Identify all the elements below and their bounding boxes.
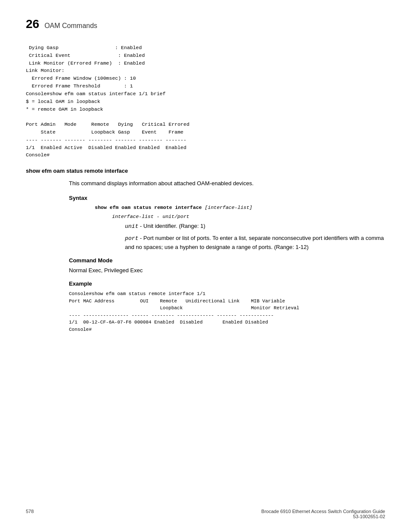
command-mode-label: Command Mode [69, 257, 385, 264]
chapter-title: OAM Commands [44, 22, 97, 30]
page-footer: 578 Brocade 6910 Ethernet Access Switch … [26, 509, 385, 519]
param-interface-list: interface-list - unit/port [112, 214, 385, 219]
page-header: 26 OAM Commands [26, 17, 385, 31]
port-label: port [125, 235, 138, 242]
unit-label: unit [125, 223, 138, 230]
syntax-label: Syntax [69, 195, 385, 201]
chapter-number: 26 [26, 17, 39, 31]
footer-doc-num: 53-1002651-02 [262, 514, 385, 519]
port-desc-text: - Port number or list of ports. To enter… [125, 235, 384, 250]
port-description: port - Port number or list of ports. To … [125, 234, 385, 251]
syntax-command-bold: show efm oam status remote interface [95, 205, 202, 210]
footer-page-number: 578 [26, 509, 34, 519]
command-mode-value: Normal Exec, Privileged Exec [69, 267, 385, 274]
unit-description: unit - Unit identifier. (Range: 1) [125, 222, 385, 231]
syntax-command-italic: [interface-list] [202, 205, 252, 210]
section-description: This command displays information about … [69, 179, 385, 188]
example-label: Example [69, 280, 385, 287]
footer-right: Brocade 6910 Ethernet Access Switch Conf… [262, 509, 385, 519]
example-code-block: Console#show efm oam status remote inter… [69, 290, 385, 333]
footer-doc-title: Brocade 6910 Ethernet Access Switch Conf… [262, 509, 385, 514]
section-heading: show efm oam status remote interface [26, 168, 385, 174]
page: 26 OAM Commands Dying Gasp : Enabled Cri… [0, 0, 411, 532]
top-code-block: Dying Gasp : Enabled Critical Event : En… [26, 44, 385, 159]
syntax-command: show efm oam status remote interface [in… [95, 205, 385, 210]
unit-desc-text: - Unit identifier. (Range: 1) [138, 223, 205, 229]
